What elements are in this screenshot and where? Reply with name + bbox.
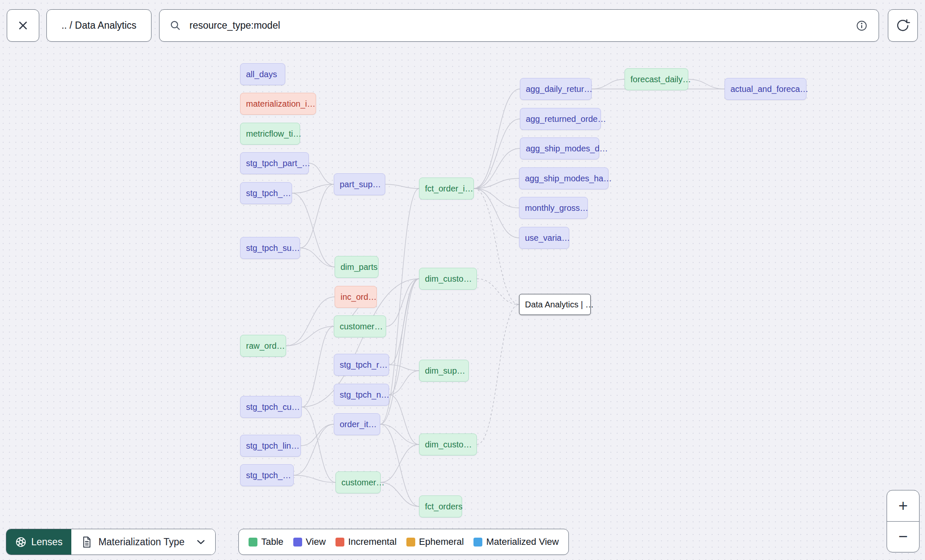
node-order_it[interactable]: order_it…: [334, 413, 380, 435]
lineage-canvas[interactable]: all_daysmaterialization_i…metricflow_ti……: [0, 0, 925, 560]
node-stg_tpch_cu[interactable]: stg_tpch_cu…: [240, 396, 302, 418]
node-customer_b[interactable]: customer…: [335, 471, 381, 493]
node-all_days[interactable]: all_days: [240, 63, 285, 85]
node-dim_sup[interactable]: dim_sup…: [419, 360, 469, 382]
lens-selector[interactable]: Materialization Type: [71, 529, 215, 555]
node-actual_forecast[interactable]: actual_and_foreca…: [725, 78, 806, 100]
node-stg_tpch_b[interactable]: stg_tpch_…: [240, 464, 294, 486]
node-data_analytics[interactable]: Data Analytics | …: [519, 294, 591, 315]
edge: [474, 188, 519, 238]
node-forecast_daily[interactable]: forecast_daily…: [625, 68, 688, 90]
node-agg_ship_ha[interactable]: agg_ship_modes_ha…: [519, 167, 609, 189]
edge-dashed: [477, 279, 519, 304]
edge: [302, 407, 335, 482]
edge: [389, 395, 419, 444]
node-metricflow_ti[interactable]: metricflow_ti…: [240, 123, 300, 145]
edge: [474, 119, 520, 188]
legend-swatch: [335, 538, 344, 547]
legend-item: View: [293, 536, 326, 547]
refresh-icon: [895, 18, 910, 33]
edge: [688, 79, 725, 89]
legend-label: View: [306, 536, 326, 547]
edge: [292, 184, 334, 193]
edge: [300, 248, 335, 267]
node-raw_ord[interactable]: raw_ord…: [240, 335, 286, 357]
search-bar[interactable]: [159, 9, 879, 42]
breadcrumb-label: .. / Data Analytics: [62, 20, 137, 31]
node-stg_tpch_n[interactable]: stg_tpch_n…: [334, 384, 389, 406]
edge: [389, 279, 419, 395]
close-icon: [16, 19, 30, 32]
search-input[interactable]: [189, 19, 847, 32]
refresh-button[interactable]: [888, 9, 918, 42]
edge: [592, 79, 625, 89]
lenses-label: Lenses: [31, 536, 62, 548]
edge: [389, 371, 419, 395]
node-fct_order_i[interactable]: fct_order_i…: [419, 178, 474, 199]
edge: [381, 444, 419, 482]
node-fct_orders[interactable]: fct_orders: [419, 495, 462, 517]
node-use_varia[interactable]: use_varia…: [519, 227, 569, 249]
node-monthly_gross[interactable]: monthly_gross…: [519, 197, 588, 219]
edge-dashed: [477, 304, 519, 444]
node-agg_returned[interactable]: agg_returned_orde…: [520, 108, 601, 130]
legend-label: Incremental: [348, 536, 397, 547]
edge: [386, 279, 419, 326]
legend-item: Ephemeral: [406, 536, 464, 547]
edge: [309, 163, 334, 184]
legend-item: Materialized View: [473, 536, 559, 547]
edge: [385, 184, 419, 188]
edge: [294, 475, 335, 482]
node-agg_ship_d[interactable]: agg_ship_modes_d…: [520, 137, 599, 159]
edge: [286, 326, 334, 346]
lenses-button[interactable]: Lenses: [6, 529, 71, 555]
node-agg_daily[interactable]: agg_daily_retur…: [520, 78, 592, 100]
node-stg_tpch_a[interactable]: stg_tpch_…: [240, 182, 292, 204]
legend-swatch: [293, 538, 302, 547]
close-button[interactable]: [7, 9, 39, 42]
edge: [381, 482, 419, 506]
node-dim_custo_b[interactable]: dim_custo…: [419, 433, 477, 455]
legend-item: Table: [249, 536, 284, 547]
legend-swatch: [406, 538, 415, 547]
node-stg_tpch_su[interactable]: stg_tpch_su…: [240, 237, 300, 259]
node-dim_parts[interactable]: dim_parts: [335, 256, 379, 278]
edge: [286, 297, 335, 346]
zoom-out-button[interactable]: −: [887, 522, 919, 552]
edge: [380, 424, 419, 506]
edge: [389, 279, 419, 365]
edge: [474, 188, 519, 208]
zoom-in-button[interactable]: +: [887, 490, 919, 521]
chevron-down-icon: [197, 539, 205, 545]
legend-label: Materialized View: [486, 536, 559, 547]
edge: [300, 184, 334, 248]
aperture-icon: [15, 536, 27, 548]
node-stg_tpch_part[interactable]: stg_tpch_part_…: [240, 152, 309, 174]
legend-label: Ephemeral: [419, 536, 464, 547]
edge: [302, 326, 334, 407]
breadcrumb-button[interactable]: .. / Data Analytics: [46, 9, 151, 42]
node-stg_tpch_r[interactable]: stg_tpch_r…: [334, 354, 389, 376]
legend: TableViewIncrementalEphemeralMaterialize…: [238, 529, 569, 555]
node-stg_tpch_lin[interactable]: stg_tpch_lin…: [240, 435, 301, 457]
node-customer_a[interactable]: customer…: [334, 315, 386, 337]
edge-dashed: [474, 188, 519, 304]
legend-item: Incremental: [335, 536, 397, 547]
node-materialization_i[interactable]: materialization_i…: [240, 93, 316, 115]
edge: [474, 89, 520, 188]
node-inc_ord[interactable]: inc_ord…: [335, 286, 377, 308]
info-icon[interactable]: [855, 19, 868, 32]
node-dim_custo_a[interactable]: dim_custo…: [419, 268, 477, 290]
lens-control: Lenses Materialization Type: [6, 529, 216, 555]
lens-selector-label: Materialization Type: [98, 536, 184, 548]
search-icon: [170, 20, 181, 31]
legend-swatch: [473, 538, 482, 547]
edge: [389, 365, 419, 371]
legend-label: Table: [261, 536, 284, 547]
edge: [301, 424, 334, 446]
legend-swatch: [249, 538, 257, 547]
edge: [380, 424, 419, 444]
edge: [474, 178, 519, 188]
edge: [474, 148, 520, 188]
node-part_sup[interactable]: part_sup…: [334, 173, 385, 195]
